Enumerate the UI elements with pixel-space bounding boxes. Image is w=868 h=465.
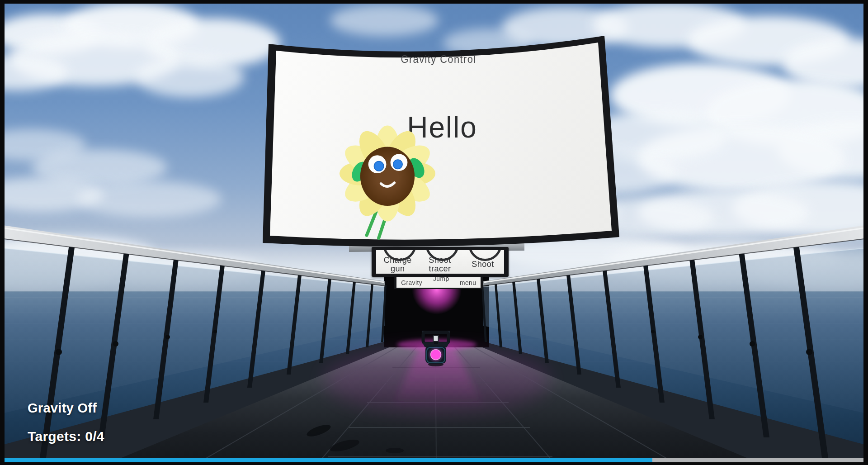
tab-gravity[interactable]: Gravity <box>401 279 422 286</box>
game-viewport: Gravity Control Hello <box>0 0 868 465</box>
billboard-title: Gravity Control <box>353 53 524 66</box>
gun-control-panel: Charge gun Shoot tracer Shoot <box>372 247 509 277</box>
menu-tab-bar-face: Gravity Jump menu <box>396 277 481 288</box>
charge-gun-label: Charge gun <box>383 256 411 273</box>
menu-tab-bar: Gravity Jump menu <box>394 276 483 289</box>
shoot-tracer-label: Shoot tracer <box>429 256 452 273</box>
gun-control-panel-face: Charge gun Shoot tracer Shoot <box>376 250 504 274</box>
shoot-label: Shoot <box>472 260 494 269</box>
shoot-tracer-button[interactable]: Shoot tracer <box>419 250 461 274</box>
hud-targets-counter: Targets: 0/4 <box>28 429 104 444</box>
charge-gun-button[interactable]: Charge gun <box>376 250 419 274</box>
charge-progress-track <box>5 458 863 462</box>
tab-menu[interactable]: menu <box>460 279 476 286</box>
tab-jump[interactable]: Jump <box>433 277 449 282</box>
shoot-button[interactable]: Shoot <box>462 250 504 274</box>
sunflower-character-icon <box>339 125 436 242</box>
sunflower-face <box>360 147 415 205</box>
charge-progress-fill <box>5 458 652 462</box>
hud-gravity-status: Gravity Off <box>28 401 97 416</box>
